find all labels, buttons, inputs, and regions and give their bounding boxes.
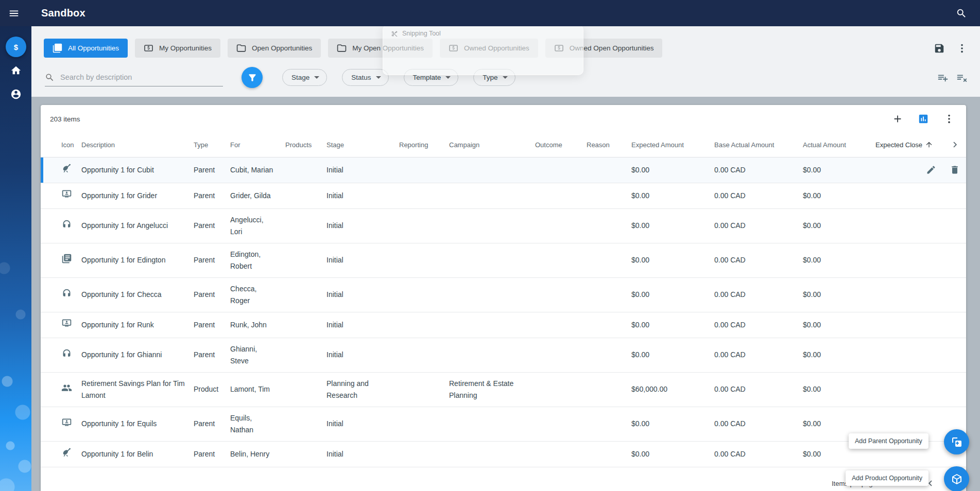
cell-reason [587, 407, 631, 441]
view-tab-owned-opportunities[interactable]: Owned Opportunities [440, 39, 538, 58]
cell-products [285, 277, 326, 312]
cell-expected-amount: $0.00 [631, 312, 714, 338]
table-row[interactable]: Opportunity 1 for Equils Parent Equils, … [41, 407, 966, 441]
cell-description: Opportunity 1 for Cubit [81, 157, 194, 183]
cell-base-actual-amount: 0.00 CAD [714, 243, 803, 277]
cell-expected-amount: $0.00 [631, 243, 714, 277]
cell-products [285, 183, 326, 208]
filter-button[interactable] [242, 67, 263, 88]
table-row[interactable]: Opportunity 1 for Cubit Parent Cubit, Ma… [41, 157, 966, 183]
filter-dropdown-stage[interactable]: Stage [282, 69, 327, 86]
chart-toggle-button[interactable] [918, 113, 929, 125]
cell-expected-amount: $0.00 [631, 157, 714, 183]
cell-campaign [449, 183, 535, 208]
cell-products [285, 407, 326, 441]
filter-dropdown-type[interactable]: Type [473, 69, 515, 86]
column-header-outcome[interactable]: Outcome [535, 133, 587, 157]
column-header-expected-amount[interactable]: Expected Amount [631, 133, 714, 157]
filter-actions [937, 72, 968, 83]
table-row[interactable]: Opportunity 1 for Belin Parent Belin, He… [41, 441, 966, 467]
card-menu-button[interactable] [943, 113, 955, 125]
cell-outcome [535, 441, 587, 467]
plus-icon [892, 113, 903, 125]
edit-row-button[interactable] [926, 165, 936, 175]
tooltip-add-product-opportunity: Add Product Opportunity [846, 470, 929, 486]
column-header-description[interactable]: Description [81, 133, 194, 157]
table-row[interactable]: Retirement Savings Plan for Tim Lamont P… [41, 372, 966, 407]
table-row[interactable]: Opportunity 1 for Edington Parent Edingt… [41, 243, 966, 277]
add-button[interactable] [892, 113, 903, 125]
view-tab-open-opportunities[interactable]: Open Opportunities [228, 39, 321, 58]
cell-campaign [449, 157, 535, 183]
search-input[interactable] [60, 73, 223, 81]
column-header-stage[interactable]: Stage [326, 133, 399, 157]
folder-icon [337, 43, 347, 53]
scroll-right-button[interactable] [950, 139, 961, 150]
sidebar-item-opportunities[interactable]: $ [6, 37, 26, 57]
column-header-for[interactable]: For [230, 133, 285, 157]
cell-description: Opportunity 1 for Checca [81, 277, 194, 312]
global-search-button[interactable] [951, 3, 972, 24]
view-tab-my-opportunities[interactable]: My Opportunities [135, 39, 220, 58]
add-product-opportunity-fab[interactable] [944, 466, 969, 491]
cell-outcome [535, 338, 587, 372]
toolbar-menu-button[interactable] [956, 43, 968, 54]
column-header-type[interactable]: Type [194, 133, 230, 157]
column-header-reporting[interactable]: Reporting [399, 133, 449, 157]
pencil-icon [926, 165, 936, 175]
copy-icon [53, 43, 62, 53]
hamburger-menu-button[interactable] [0, 0, 28, 26]
sidebar-item-home[interactable] [6, 60, 26, 81]
cell-actual-amount: $0.00 [803, 312, 875, 338]
column-header-base-actual-amount[interactable]: Base Actual Amount [714, 133, 803, 157]
svg-text:$: $ [13, 43, 18, 51]
cell-outcome [535, 372, 587, 407]
cell-products [285, 338, 326, 372]
save-button[interactable] [934, 43, 945, 54]
table-row[interactable]: Opportunity 1 for Ghianni Parent Ghianni… [41, 338, 966, 372]
app-root: Sandbox $ All Opportunities My Opportuni… [0, 0, 980, 491]
view-tab-all-opportunities[interactable]: All Opportunities [44, 39, 128, 58]
column-header-campaign[interactable]: Campaign [449, 133, 535, 157]
cell-reporting [399, 338, 449, 372]
home-icon [10, 65, 22, 76]
cell-expected-amount: $0.00 [631, 441, 714, 467]
cell-base-actual-amount: 0.00 CAD [714, 372, 803, 407]
caret-down-icon [445, 76, 451, 79]
cell-type: Parent [194, 441, 230, 467]
table-row[interactable]: Opportunity 1 for Checca Parent Checca, … [41, 277, 966, 312]
cell-stage: Initial [326, 183, 399, 208]
folder-icon [236, 43, 246, 53]
cell-campaign [449, 243, 535, 277]
list-remove-button[interactable] [956, 72, 968, 83]
list-add-button[interactable] [937, 72, 949, 83]
cell-expected-amount: $60,000.00 [631, 372, 714, 407]
column-header-expected-close[interactable]: Expected Close [875, 133, 966, 157]
cell-for: Belin, Henry [230, 441, 285, 467]
toolbar-actions [934, 43, 968, 54]
filter-dropdown-template[interactable]: Template [404, 69, 459, 86]
table-row[interactable]: Opportunity 1 for Runk Parent Runk, John… [41, 312, 966, 338]
delete-row-button[interactable] [950, 165, 960, 175]
cell-description: Opportunity 1 for Equils [81, 407, 194, 441]
view-tab-my-open-opportunities[interactable]: My Open Opportunities [328, 39, 433, 58]
column-header-products[interactable]: Products [285, 133, 326, 157]
monitor-person-icon [61, 188, 72, 199]
cell-for: Lamont, Tim [230, 372, 285, 407]
column-header-icon[interactable]: Icon [41, 133, 81, 157]
view-tab-owned-open-opportunities[interactable]: Owned Open Opportunities [545, 39, 663, 58]
column-header-reason[interactable]: Reason [587, 133, 631, 157]
cell-base-actual-amount: 0.00 CAD [714, 441, 803, 467]
app-title: Sandbox [41, 7, 85, 19]
cell-type: Parent [194, 208, 230, 243]
table-row[interactable]: Opportunity 1 for Angelucci Parent Angel… [41, 208, 966, 243]
table-row[interactable]: Opportunity 1 for Grider Parent Grider, … [41, 183, 966, 208]
column-header-actual-amount[interactable]: Actual Amount [803, 133, 875, 157]
cell-actual-amount: $0.00 [803, 338, 875, 372]
cell-base-actual-amount: 0.00 CAD [714, 157, 803, 183]
table-header-row: Icon Description Type For Products Stage… [41, 133, 966, 157]
sidebar-item-account[interactable] [6, 84, 26, 104]
filter-dropdown-status[interactable]: Status [342, 69, 388, 86]
playlist-remove-icon [956, 72, 968, 83]
add-parent-opportunity-fab[interactable] [944, 429, 969, 454]
